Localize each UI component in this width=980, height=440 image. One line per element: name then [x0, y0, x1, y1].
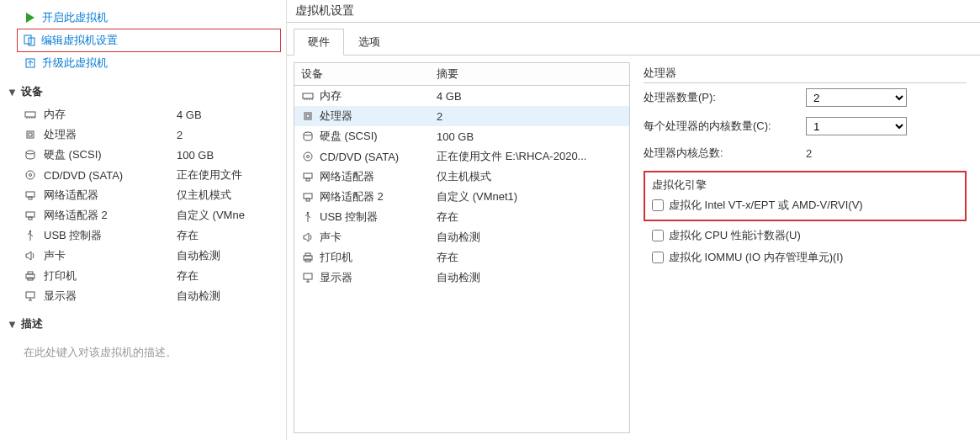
device-row[interactable]: 处理器2: [0, 125, 286, 145]
vm-left-panel: 开启此虚拟机 编辑虚拟机设置 升级此虚拟机 ▼ 设备 内存4 GB处理器2硬盘 …: [0, 0, 286, 440]
upgrade-vm-link[interactable]: 升级此虚拟机: [0, 52, 286, 74]
device-name: 网络适配器 2: [44, 208, 170, 223]
disk-icon: [24, 148, 37, 162]
tab-hardware[interactable]: 硬件: [294, 29, 344, 56]
cd-icon: [24, 168, 37, 182]
device-row[interactable]: CD/DVD (SATA)正在使用文件: [0, 165, 286, 185]
cb-iommu[interactable]: [652, 252, 664, 263]
svg-point-33: [304, 152, 312, 161]
desc-section: 在此处键入对该虚拟机的描述。: [0, 335, 286, 360]
upgrade-vm-label: 升级此虚拟机: [42, 56, 108, 71]
hw-row[interactable]: 声卡自动检测: [294, 227, 629, 247]
cpu-icon: [24, 128, 37, 141]
virtualization-engine-group: 虚拟化引擎 虚拟化 Intel VT-x/EPT 或 AMD-V/RVI(V): [644, 171, 967, 221]
hw-device-name: CD/DVD (SATA): [320, 151, 399, 163]
svg-rect-37: [304, 193, 312, 199]
tab-options[interactable]: 选项: [344, 29, 395, 56]
devices-section-header[interactable]: ▼ 设备: [0, 74, 286, 103]
device-name: 硬盘 (SCSI): [44, 147, 170, 162]
hw-row[interactable]: 显示器自动检测: [294, 268, 629, 288]
hw-row[interactable]: 内存4 GB: [294, 86, 629, 107]
device-name: 处理器: [44, 127, 170, 142]
cpu-count-select[interactable]: 2: [806, 88, 907, 107]
svg-rect-43: [304, 273, 312, 279]
tab-options-label: 选项: [358, 35, 380, 48]
devices-list: 内存4 GB处理器2硬盘 (SCSI)100 GBCD/DVD (SATA)正在…: [0, 103, 286, 306]
cb-iommu-label: 虚拟化 IOMMU (IO 内存管理单元)(I): [669, 250, 843, 265]
device-row[interactable]: USB 控制器存在: [0, 225, 286, 246]
hw-device-name: 处理器: [320, 109, 352, 124]
cpu-group: 处理器数量(P): 2 每个处理器的内核数量(C): 1 处理器内核总数: 2: [644, 82, 967, 166]
start-vm-link[interactable]: 开启此虚拟机: [0, 7, 286, 29]
memory-icon: [24, 108, 37, 121]
hw-row[interactable]: USB 控制器存在: [294, 207, 629, 227]
svg-rect-25: [303, 93, 313, 98]
hardware-table-container: 设备 摘要 内存4 GB处理器2硬盘 (SCSI)100 GBCD/DVD (S…: [294, 62, 630, 433]
device-name: 显示器: [44, 289, 170, 304]
hw-device-name: 显示器: [320, 270, 352, 285]
cpu-cores-select[interactable]: 1: [806, 117, 907, 135]
hw-row[interactable]: 处理器2: [294, 106, 629, 126]
hw-device-value: 100 GB: [430, 126, 629, 146]
svg-point-32: [304, 132, 312, 135]
device-value: 正在使用文件: [177, 167, 242, 183]
device-name: 声卡: [44, 248, 170, 263]
device-name: USB 控制器: [44, 228, 170, 243]
usb-icon: [24, 229, 37, 242]
svg-rect-30: [305, 113, 311, 119]
disk-icon: [301, 130, 315, 143]
hw-device-value: 4 GB: [430, 86, 629, 107]
edit-settings-icon: [23, 34, 36, 47]
cb-perf[interactable]: [652, 230, 664, 241]
device-name: 打印机: [44, 268, 170, 284]
hw-row[interactable]: 网络适配器仅主机模式: [294, 167, 629, 187]
cpu-count-label: 处理器数量(P):: [644, 90, 799, 105]
desc-title: 描述: [21, 316, 43, 331]
svg-rect-31: [306, 114, 310, 118]
hw-device-name: 网络适配器 2: [320, 189, 384, 204]
svg-point-34: [307, 156, 310, 158]
col-summary[interactable]: 摘要: [430, 63, 629, 86]
memory-icon: [301, 89, 315, 103]
hw-row[interactable]: CD/DVD (SATA)正在使用文件 E:\RHCA-2020...: [294, 146, 629, 167]
device-value: 4 GB: [177, 109, 202, 121]
device-row[interactable]: 网络适配器仅主机模式: [0, 185, 286, 205]
hw-row[interactable]: 打印机存在: [294, 247, 629, 268]
dialog-body: 设备 摘要 内存4 GB处理器2硬盘 (SCSI)100 GBCD/DVD (S…: [287, 56, 980, 440]
desc-placeholder[interactable]: 在此处键入对该虚拟机的描述。: [24, 342, 279, 360]
usb-icon: [301, 210, 315, 224]
svg-rect-36: [306, 178, 310, 181]
hardware-detail-panel: 处理器 处理器数量(P): 2 每个处理器的内核数量(C): 1 处理器内核总数…: [637, 62, 973, 433]
device-name: 内存: [44, 107, 170, 122]
svg-rect-9: [27, 131, 34, 138]
device-value: 2: [177, 129, 183, 141]
display-icon: [24, 289, 37, 303]
edit-vm-link[interactable]: 编辑虚拟机设置: [17, 29, 281, 52]
net-icon: [301, 190, 315, 204]
svg-rect-16: [26, 212, 34, 217]
device-row[interactable]: 内存4 GB: [0, 104, 286, 125]
device-row[interactable]: 网络适配器 2自定义 (VMne: [0, 205, 286, 225]
device-value: 自定义 (VMne: [177, 208, 245, 223]
cpu-icon: [301, 109, 315, 123]
net-icon: [24, 209, 37, 222]
device-row[interactable]: 打印机存在: [0, 266, 286, 286]
cpu-total-label: 处理器内核总数:: [644, 146, 799, 161]
hw-device-value: 自动检测: [430, 268, 629, 288]
dialog-title: 虚拟机设置: [287, 0, 980, 23]
vm-settings-dialog: 虚拟机设置 硬件 选项 设备 摘要 内存4 GB处理器2硬盘 (SCSI)100…: [286, 0, 980, 440]
printer-icon: [301, 251, 315, 264]
upgrade-icon: [24, 56, 37, 70]
hw-row[interactable]: 网络适配器 2自定义 (VMnet1): [294, 187, 629, 207]
hw-row[interactable]: 硬盘 (SCSI)100 GB: [294, 126, 629, 146]
device-row[interactable]: 显示器自动检测: [0, 286, 286, 306]
svg-rect-10: [29, 133, 32, 136]
device-row[interactable]: 声卡自动检测: [0, 246, 286, 266]
desc-section-header[interactable]: ▼ 描述: [0, 306, 286, 335]
hw-device-name: 内存: [320, 88, 342, 103]
col-device[interactable]: 设备: [294, 63, 430, 86]
cb-vt[interactable]: [652, 199, 664, 211]
svg-rect-17: [29, 217, 32, 220]
svg-rect-14: [26, 192, 34, 197]
device-row[interactable]: 硬盘 (SCSI)100 GB: [0, 145, 286, 165]
